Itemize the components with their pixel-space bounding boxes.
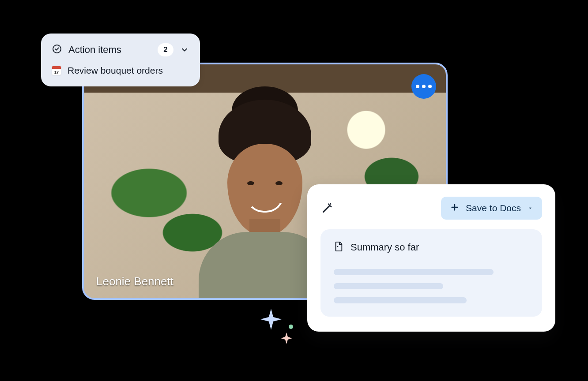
- document-icon: [334, 241, 343, 254]
- chevron-down-icon[interactable]: [180, 45, 189, 55]
- action-item[interactable]: Review bouquet orders: [52, 65, 189, 76]
- summary-title: Summary so far: [351, 242, 419, 253]
- more-icon: [416, 85, 419, 88]
- calendar-icon: [52, 66, 61, 75]
- summary-body: Summary so far: [320, 229, 542, 317]
- summary-line-placeholder: [334, 269, 494, 275]
- action-items-card: Action items 2 Review bouquet orders: [41, 34, 200, 86]
- action-items-count-badge: 2: [158, 43, 173, 56]
- svg-point-1: [337, 246, 338, 247]
- magic-wand-icon: [320, 202, 334, 215]
- action-item-label: Review bouquet orders: [68, 65, 163, 76]
- summary-line-placeholder: [334, 297, 467, 303]
- caret-down-icon: [527, 203, 533, 213]
- action-items-title: Action items: [68, 44, 121, 56]
- sparkle-dot: [289, 325, 293, 329]
- sparkle-icon: [280, 332, 293, 345]
- summary-line-placeholder: [334, 283, 443, 289]
- save-to-docs-button[interactable]: Save to Docs: [441, 197, 542, 220]
- participant-name: Leonie Bennett: [96, 275, 173, 288]
- sparkle-icon: [259, 307, 283, 332]
- plus-icon: [450, 202, 460, 214]
- save-to-docs-label: Save to Docs: [466, 203, 521, 213]
- more-options-button[interactable]: [411, 74, 436, 99]
- summary-card: Save to Docs Summary so far: [307, 184, 555, 332]
- action-items-header[interactable]: Action items 2: [52, 43, 189, 56]
- check-circle-icon: [52, 44, 62, 56]
